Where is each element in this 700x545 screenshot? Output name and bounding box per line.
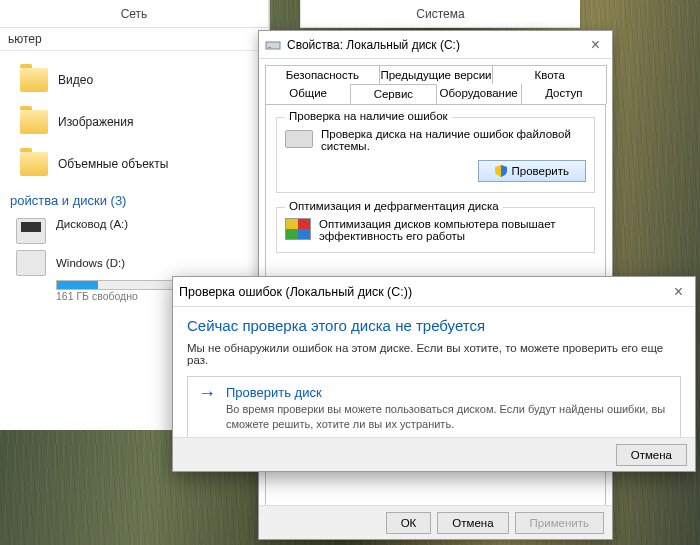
cancel-button[interactable]: Отмена [616, 444, 687, 466]
properties-dialog-buttons: ОК Отмена Применить [259, 505, 612, 539]
folder-label: Видео [58, 73, 93, 87]
floppy-icon [16, 218, 46, 244]
drive-floppy[interactable]: Дисковод (A:) [16, 218, 259, 244]
cancel-button[interactable]: Отмена [437, 512, 508, 534]
folder-item-video[interactable]: Видео [6, 59, 263, 101]
check-button[interactable]: Проверить [478, 160, 586, 182]
error-check-titlebar[interactable]: Проверка ошибок (Локальный диск (C:)) × [173, 277, 695, 307]
group-text: Оптимизация дисков компьютера повышает э… [319, 218, 586, 242]
error-check-dialog-buttons: Отмена [173, 437, 695, 471]
scan-drive-action[interactable]: → Проверить диск Во время проверки вы мо… [187, 376, 681, 441]
group-title: Проверка на наличие ошибок [285, 110, 452, 122]
apply-button[interactable]: Применить [515, 512, 604, 534]
tab-general[interactable]: Общие [265, 84, 351, 104]
folder-label: Изображения [58, 115, 133, 129]
defrag-icon [285, 218, 311, 240]
drive-icon [265, 37, 281, 53]
close-icon[interactable]: × [585, 36, 606, 54]
folder-icon [20, 152, 48, 176]
error-check-title: Проверка ошибок (Локальный диск (C:)) [179, 285, 412, 299]
folder-item-3dobjects[interactable]: Объемные объекты [6, 143, 263, 185]
error-check-heading: Сейчас проверка этого диска не требуется [187, 317, 681, 334]
shield-icon [495, 165, 507, 177]
folder-label: Объемные объекты [58, 157, 168, 171]
scan-drive-desc: Во время проверки вы можете пользоваться… [226, 402, 670, 432]
explorer-ribbon-tabs: Сеть [0, 0, 269, 28]
folder-icon [20, 68, 48, 92]
group-error-check: Проверка на наличие ошибок Проверка диск… [276, 117, 595, 193]
scan-drive-title: Проверить диск [226, 385, 670, 400]
tab-sharing[interactable]: Доступ [521, 84, 607, 104]
folder-icon [20, 110, 48, 134]
group-defrag: Оптимизация и дефрагментация диска Оптим… [276, 207, 595, 253]
check-button-label: Проверить [511, 165, 569, 177]
properties-tabs: Безопасность Предыдущие версии Квота Общ… [259, 59, 612, 104]
section-header-drives[interactable]: ройства и диски (3) [6, 185, 263, 214]
folder-item-images[interactable]: Изображения [6, 101, 263, 143]
disk-icon [285, 130, 313, 148]
tab-previous-versions[interactable]: Предыдущие версии [379, 65, 494, 84]
svg-rect-1 [268, 47, 271, 48]
group-text: Проверка диска на наличие ошибок файлово… [321, 128, 586, 152]
arrow-right-icon: → [198, 385, 216, 401]
ok-button[interactable]: ОК [386, 512, 432, 534]
error-check-dialog: Проверка ошибок (Локальный диск (C:)) × … [172, 276, 696, 472]
tab-tools[interactable]: Сервис [350, 84, 436, 104]
breadcrumb[interactable]: ьютер [0, 28, 269, 51]
drive-label: Windows (D:) [56, 257, 125, 269]
properties-title: Свойства: Локальный диск (C:) [287, 38, 460, 52]
group-title: Оптимизация и дефрагментация диска [285, 200, 503, 212]
close-icon[interactable]: × [668, 283, 689, 301]
error-check-body: Сейчас проверка этого диска не требуется… [173, 307, 695, 441]
tab-security[interactable]: Безопасность [265, 65, 380, 84]
ribbon-tab-network[interactable]: Сеть [0, 0, 269, 27]
hdd-icon [16, 250, 46, 276]
error-check-paragraph: Мы не обнаружили ошибок на этом диске. Е… [187, 342, 681, 366]
properties-titlebar[interactable]: Свойства: Локальный диск (C:) × [259, 31, 612, 59]
drive-label: Дисковод (A:) [56, 218, 128, 230]
tab-quota[interactable]: Квота [492, 65, 607, 84]
tab-hardware[interactable]: Оборудование [436, 84, 522, 104]
ribbon-tab-system[interactable]: Система [300, 0, 580, 28]
